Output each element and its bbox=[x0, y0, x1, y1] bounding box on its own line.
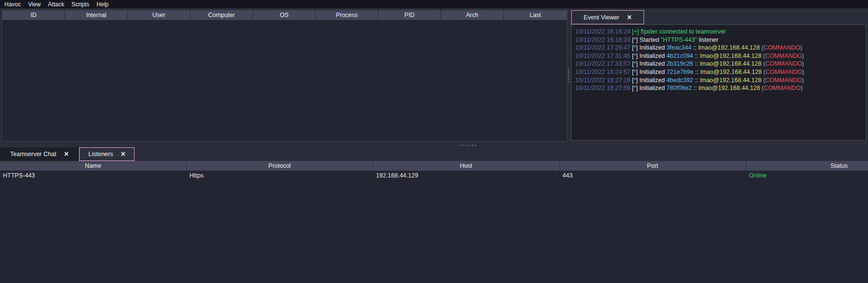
log-segment-cyan: ) bbox=[802, 60, 804, 67]
tab-event-viewer[interactable]: Event Viewer × bbox=[571, 10, 644, 24]
log-segment-red: COMMANDO bbox=[765, 77, 802, 84]
log-segment-blue: 4b21c094 bbox=[666, 53, 693, 59]
menu-help[interactable]: Help bbox=[97, 1, 109, 8]
event-log-line: 10/11/2022 16:16:24 [+] 5pider connected… bbox=[575, 28, 866, 36]
log-segment-cyan: ) bbox=[800, 44, 802, 51]
listeners-column-protocol[interactable]: Protocol bbox=[187, 161, 373, 171]
listener-cell-host: 192.168.44.129 bbox=[373, 172, 559, 179]
log-segment-fg: :: bbox=[692, 44, 698, 51]
menu-view[interactable]: View bbox=[28, 1, 41, 8]
log-segment-cyan: ) bbox=[802, 69, 804, 75]
log-segment-yellow: lmao@192.168.44.128 bbox=[700, 77, 762, 84]
log-segment-fg: ] Initialized bbox=[636, 53, 667, 59]
log-segment-fg: ] Started bbox=[636, 36, 661, 43]
close-icon[interactable]: × bbox=[121, 150, 125, 158]
sessions-table-body[interactable] bbox=[2, 20, 567, 141]
session-column-user[interactable]: User bbox=[128, 10, 190, 20]
session-column-process[interactable]: Process bbox=[316, 10, 378, 20]
tab-label: Teamserver Chat bbox=[10, 151, 56, 158]
log-segment-yellow: lmao@192.168.44.128 bbox=[698, 44, 760, 51]
log-segment-ts: 10/11/2022 17:31:45 bbox=[575, 53, 632, 59]
log-segment-ts: 10/11/2022 18:27:16 bbox=[575, 77, 632, 84]
tab-label: Event Viewer bbox=[584, 14, 619, 21]
log-segment-yellow: lmao@192.168.44.128 bbox=[698, 85, 760, 91]
log-segment-green: [+] 5pider connected to teamserver bbox=[632, 28, 726, 35]
listener-cell-status: Online bbox=[746, 172, 868, 179]
log-segment-fg: ] Initialized bbox=[636, 60, 667, 67]
log-segment-ts: 10/11/2022 18:24:57 bbox=[575, 69, 632, 75]
menu-attack[interactable]: Attack bbox=[48, 1, 64, 8]
log-segment-fg: ] Initialized bbox=[636, 77, 667, 84]
session-column-id[interactable]: ID bbox=[2, 10, 65, 20]
session-column-os[interactable]: OS bbox=[253, 10, 315, 20]
listeners-column-status[interactable]: Status bbox=[746, 161, 868, 171]
log-segment-blue: 780f06e2 bbox=[666, 85, 692, 91]
menu-havoc[interactable]: Havoc bbox=[4, 1, 21, 8]
horizontal-splitter-handle[interactable] bbox=[460, 145, 478, 146]
bottom-tab-bar: Teamserver Chat×Listeners× bbox=[0, 147, 868, 161]
menu-scripts[interactable]: Scripts bbox=[71, 1, 89, 8]
log-segment-fg: :: bbox=[692, 85, 698, 91]
log-segment-fg: ] Initialized bbox=[636, 44, 667, 51]
log-segment-red: COMMANDO bbox=[765, 60, 802, 67]
event-log: 10/11/2022 16:16:24 [+] 5pider connected… bbox=[575, 28, 866, 92]
log-segment-cyan: ) bbox=[800, 85, 802, 91]
event-log-line: 10/11/2022 17:31:45 [*] Initialized 4b21… bbox=[575, 52, 866, 60]
log-segment-ts: 10/11/2022 18:27:59 bbox=[575, 85, 632, 91]
menu-bar: HavocViewAttackScriptsHelp bbox=[0, 0, 868, 8]
log-segment-cyan: ) bbox=[802, 53, 804, 59]
listener-cell-name: HTTPS-443 bbox=[0, 172, 186, 179]
log-segment-red: COMMANDO bbox=[764, 85, 801, 91]
log-segment-ts: 10/11/2022 16:16:33 bbox=[575, 36, 632, 43]
session-column-last[interactable]: Last bbox=[504, 10, 567, 20]
close-icon[interactable]: × bbox=[627, 14, 631, 21]
event-log-line: 10/11/2022 17:33:57 [*] Initialized 2b31… bbox=[575, 60, 866, 68]
listener-cell-port: 443 bbox=[560, 172, 746, 179]
log-segment-yellow: lmao@192.168.44.128 bbox=[700, 69, 762, 75]
log-segment-red: COMMANDO bbox=[764, 44, 800, 51]
log-segment-blue: 4bedc392 bbox=[666, 77, 693, 84]
event-log-line: 10/11/2022 17:29:47 [*] Initialized 3fea… bbox=[575, 44, 866, 52]
tab-label: Listeners bbox=[88, 151, 113, 158]
log-segment-ts: 10/11/2022 17:33:57 bbox=[575, 60, 632, 67]
log-segment-fg: :: bbox=[693, 60, 700, 67]
log-segment-blue: 2b319c26 bbox=[666, 60, 693, 67]
log-segment-yellow: lmao@192.168.44.128 bbox=[700, 60, 762, 67]
log-segment-blue: 721e7b9e bbox=[666, 69, 694, 75]
session-column-computer[interactable]: Computer bbox=[190, 10, 253, 20]
log-segment-blue: 3feac344 bbox=[666, 44, 691, 51]
log-segment-red: COMMANDO bbox=[765, 53, 802, 59]
listeners-column-name[interactable]: Name bbox=[0, 161, 186, 171]
vertical-splitter-handle[interactable] bbox=[568, 69, 569, 84]
listeners-table-body[interactable]: HTTPS-443Https192.168.44.129443Online bbox=[0, 171, 868, 283]
session-column-internal[interactable]: Internal bbox=[65, 10, 127, 20]
log-segment-green: "HTTPS-443" bbox=[661, 36, 697, 43]
havoc-window: { "menu": { "items": ["Havoc", "View", "… bbox=[0, 0, 868, 283]
log-segment-cyan: ) bbox=[802, 77, 804, 84]
sessions-table-header: IDInternalUserComputerOSProcessPIDArchLa… bbox=[2, 10, 567, 20]
listener-row[interactable]: HTTPS-443Https192.168.44.129443Online bbox=[0, 171, 868, 180]
event-log-line: 10/11/2022 18:24:57 [*] Initialized 721e… bbox=[575, 68, 866, 76]
tab-listeners[interactable]: Listeners× bbox=[79, 147, 135, 161]
log-segment-ts: 10/11/2022 16:16:24 bbox=[575, 28, 632, 35]
log-segment-fg: ] Initialized bbox=[636, 85, 667, 91]
log-segment-yellow: lmao@192.168.44.128 bbox=[700, 53, 762, 59]
listeners-column-host[interactable]: Host bbox=[373, 161, 559, 171]
event-viewer-panel: 10/11/2022 16:16:24 [+] 5pider connected… bbox=[571, 24, 866, 141]
close-icon[interactable]: × bbox=[64, 150, 68, 158]
event-log-line: 10/11/2022 18:27:16 [*] Initialized 4bed… bbox=[575, 76, 866, 85]
log-segment-fg: ] Initialized bbox=[636, 69, 667, 75]
session-column-arch[interactable]: Arch bbox=[441, 10, 503, 20]
listener-cell-protocol: Https bbox=[187, 172, 373, 179]
log-segment-fg: :: bbox=[693, 53, 700, 59]
log-segment-ts: 10/11/2022 17:29:47 bbox=[575, 44, 632, 51]
session-column-pid[interactable]: PID bbox=[378, 10, 441, 20]
tab-teamserver-chat[interactable]: Teamserver Chat× bbox=[0, 147, 79, 161]
event-log-line: 10/11/2022 16:16:33 [*] Started "HTTPS-4… bbox=[575, 36, 866, 44]
listeners-column-port[interactable]: Port bbox=[560, 161, 746, 171]
event-log-line: 10/11/2022 18:27:59 [*] Initialized 780f… bbox=[575, 84, 866, 92]
listeners-table-header: NameProtocolHostPortStatus bbox=[0, 161, 868, 171]
sessions-table-panel: IDInternalUserComputerOSProcessPIDArchLa… bbox=[2, 9, 567, 142]
log-segment-fg: listener bbox=[697, 36, 718, 43]
log-segment-fg: :: bbox=[693, 77, 700, 84]
